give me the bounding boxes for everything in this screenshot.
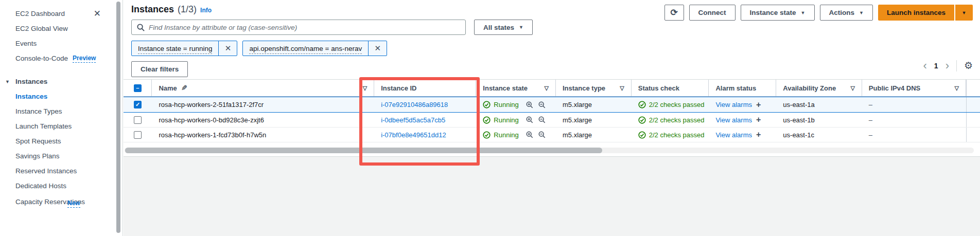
instance-state-menu-button[interactable]: Instance state ▼: [741, 5, 815, 21]
availability-zone: us-east-1b: [783, 116, 814, 124]
sidebar-item-instances[interactable]: Instances: [15, 89, 122, 104]
zoom-out-icon[interactable]: [538, 116, 546, 123]
status-ok-icon: [483, 131, 491, 139]
sidebar-section-instances[interactable]: ▼ Instances: [15, 74, 122, 89]
zoom-out-icon[interactable]: [538, 101, 546, 108]
table-row[interactable]: rosa-hcp-workers-0-bd928c3e-zxjt6 i-0dbe…: [124, 113, 980, 128]
view-alarms-link[interactable]: View alarms: [715, 116, 752, 124]
sidebar-item-events[interactable]: Events: [15, 36, 122, 51]
previous-page-icon[interactable]: ‹: [923, 60, 927, 71]
sidebar-item-console-to-code[interactable]: Console-to-Code Preview: [15, 51, 122, 66]
status-ok-icon: [483, 116, 491, 124]
status-ok-icon: [483, 101, 491, 108]
divider: [956, 60, 957, 71]
view-alarms-link[interactable]: View alarms: [715, 101, 752, 108]
column-filter-icon[interactable]: ▽: [545, 85, 549, 92]
info-link[interactable]: Info: [200, 7, 212, 14]
sidebar-item-launch-templates[interactable]: Launch Templates: [15, 119, 122, 134]
search-input[interactable]: [149, 24, 460, 31]
launch-instances-dropdown-button[interactable]: ▼: [955, 5, 973, 21]
sidebar-item-savings-plans[interactable]: Savings Plans: [15, 149, 122, 164]
column-header-instance-id[interactable]: Instance ID: [374, 80, 476, 96]
sidebar-item-instance-types[interactable]: Instance Types: [15, 104, 122, 119]
section-caret-icon: ▼: [5, 79, 10, 84]
column-header-alarm-status[interactable]: Alarm status: [709, 80, 776, 96]
row-checkbox[interactable]: [134, 131, 142, 139]
instance-state: Running: [494, 116, 518, 124]
status-ok-icon: [638, 131, 646, 139]
zoom-in-icon[interactable]: [526, 131, 533, 138]
row-checkbox[interactable]: ✓: [134, 101, 142, 108]
close-icon[interactable]: ✕: [94, 8, 101, 19]
column-filter-icon[interactable]: ▽: [955, 85, 959, 92]
caret-down-icon: ▼: [519, 25, 523, 30]
instance-id-link[interactable]: i-07e92910486a89618: [381, 101, 448, 108]
search-box: [131, 20, 466, 35]
instance-type: m5.xlarge: [563, 131, 592, 139]
ec2-nav-sidebar: ✕ EC2 Dashboard EC2 Global View Events C…: [0, 0, 123, 236]
row-checkbox[interactable]: [134, 116, 142, 124]
select-all-checkbox[interactable]: –: [134, 84, 142, 92]
remove-filter-icon[interactable]: ✕: [368, 41, 387, 56]
page-title: Instances: [131, 4, 174, 15]
zoom-in-icon[interactable]: [526, 101, 533, 108]
column-header-availability-zone[interactable]: Availability Zone ▽: [776, 80, 862, 96]
add-alarm-icon[interactable]: +: [756, 130, 761, 139]
zoom-in-icon[interactable]: [526, 116, 533, 123]
column-header-name[interactable]: Name ✎ ▽: [152, 80, 374, 96]
zoom-out-icon[interactable]: [538, 131, 546, 138]
sidebar-item-spot-requests[interactable]: Spot Requests: [15, 134, 122, 149]
remove-filter-icon[interactable]: ✕: [218, 41, 237, 56]
instance-id-link[interactable]: i-07bf0e8e49651dd12: [381, 131, 446, 139]
toolbar: ⟳ Connect Instance state ▼ Actions ▼ Lau…: [664, 5, 973, 21]
status-check: 2/2 checks passed: [649, 101, 705, 108]
sidebar-scrollbar[interactable]: [116, 2, 120, 233]
edit-icon: ✎: [181, 84, 187, 92]
actions-menu-button[interactable]: Actions ▼: [820, 5, 873, 21]
availability-zone: us-east-1c: [783, 131, 814, 139]
search-icon: [137, 24, 145, 31]
caret-down-icon: ▼: [962, 10, 967, 15]
instance-id-link[interactable]: i-0dbeef5d5ac5a7cb5: [381, 116, 445, 124]
column-header-instance-state[interactable]: Instance state ▽: [476, 80, 556, 96]
sidebar-item-ec2-global-view[interactable]: EC2 Global View: [15, 21, 122, 36]
launch-instances-button[interactable]: Launch instances: [878, 5, 954, 21]
sidebar-item-capacity-reservations[interactable]: Capacity Reservations New: [15, 196, 122, 208]
all-states-dropdown[interactable]: All states ▼: [474, 20, 533, 35]
column-filter-icon[interactable]: ▽: [363, 85, 367, 92]
add-alarm-icon[interactable]: +: [756, 100, 761, 110]
filter-chip-instance-state: Instance state = running ✕: [131, 41, 237, 56]
filter-chips: Instance state = running ✕ api.openshift…: [131, 41, 387, 56]
table-header-row: – Name ✎ ▽ Instance ID Instance state ▽ …: [124, 80, 980, 97]
new-badge[interactable]: New: [67, 199, 80, 208]
add-alarm-icon[interactable]: +: [756, 115, 761, 124]
instance-state: Running: [494, 101, 518, 108]
status-ok-icon: [638, 116, 646, 124]
instance-type: m5.xlarge: [563, 116, 592, 124]
horizontal-scrollbar-thumb[interactable]: [125, 148, 602, 153]
public-dns: –: [869, 131, 872, 139]
column-header-instance-type[interactable]: Instance type ▽: [556, 80, 632, 96]
sidebar-item-reserved-instances[interactable]: Reserved Instances: [15, 164, 122, 178]
table-row[interactable]: rosa-hcp-workers-1-fcd73b0f-h7w5n i-07bf…: [124, 128, 980, 142]
instance-name: rosa-hcp-workers-1-fcd73b0f-h7w5n: [159, 131, 266, 139]
sidebar-item-dedicated-hosts[interactable]: Dedicated Hosts: [15, 178, 122, 193]
gear-icon[interactable]: ⚙: [964, 60, 973, 71]
page-number[interactable]: 1: [934, 62, 938, 70]
filter-bar: All states ▼: [131, 20, 533, 35]
next-page-icon[interactable]: ›: [946, 60, 949, 71]
column-header-public-ipv4-dns[interactable]: Public IPv4 DNS ▽: [862, 80, 966, 96]
table-row[interactable]: ✓ rosa-hcp-workers-2-51fa1317-2f7cr i-07…: [124, 97, 980, 113]
sidebar-item-ec2-dashboard[interactable]: EC2 Dashboard: [15, 6, 122, 21]
select-all-cell: –: [124, 80, 152, 96]
view-alarms-link[interactable]: View alarms: [715, 131, 752, 139]
column-filter-icon[interactable]: ▽: [620, 85, 624, 92]
column-header-status-check[interactable]: Status check: [632, 80, 709, 96]
clear-filters-button[interactable]: Clear filters: [131, 61, 188, 77]
column-filter-icon[interactable]: ▽: [850, 85, 854, 92]
connect-button[interactable]: Connect: [689, 5, 736, 21]
preview-badge[interactable]: Preview: [73, 55, 96, 63]
filter-chip-openshift-name: api.openshift.com/name = ans-nerav ✕: [242, 41, 387, 56]
refresh-button[interactable]: ⟳: [664, 5, 684, 21]
page-header: Instances (1/3) Info: [131, 4, 212, 15]
